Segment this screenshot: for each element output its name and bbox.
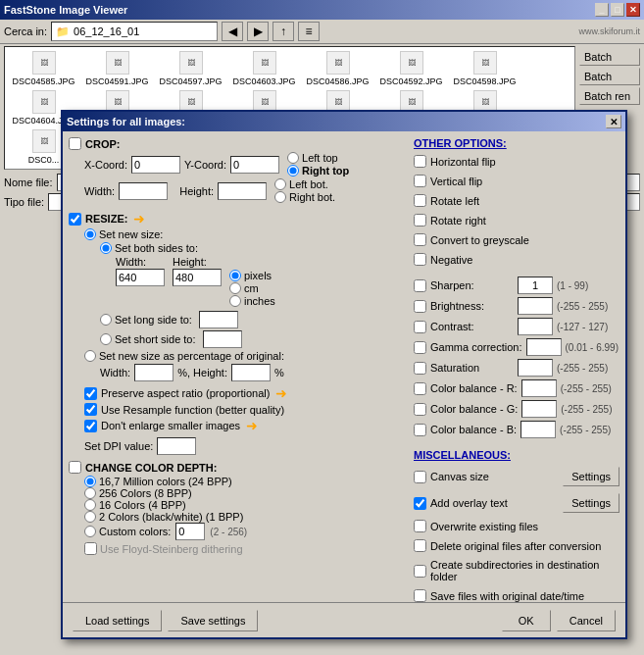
batch1-btn[interactable]: Batch: [579, 48, 640, 66]
24bpp-radio[interactable]: [84, 476, 96, 487]
y-coord-label: Y-Coord:: [184, 159, 226, 171]
hflip-checkbox[interactable]: [414, 155, 426, 168]
pixels-radio[interactable]: [229, 270, 241, 281]
floyd-checkbox[interactable]: [84, 542, 97, 555]
list-item[interactable]: 🖼DSC04591.JPG: [80, 49, 154, 88]
add-overlay-checkbox[interactable]: [414, 497, 426, 510]
brightness-input[interactable]: [518, 297, 553, 315]
1bpp-radio[interactable]: [84, 511, 96, 523]
gamma-input[interactable]: [526, 338, 562, 356]
back-btn[interactable]: ◀: [222, 22, 243, 41]
color-g-input[interactable]: [521, 400, 557, 418]
set-long-side-radio[interactable]: [100, 314, 112, 326]
save-date-checkbox[interactable]: [414, 589, 426, 602]
minimize-btn[interactable]: _: [595, 3, 609, 17]
preserve-arrow: ➜: [275, 385, 287, 401]
rightbot-radio[interactable]: [274, 191, 286, 203]
set-new-size-radio[interactable]: [84, 228, 96, 240]
sharpen-input[interactable]: [518, 277, 553, 294]
gamma-checkbox[interactable]: [414, 341, 426, 354]
save-settings-btn[interactable]: Save settings: [168, 610, 258, 631]
set-short-side-radio[interactable]: [100, 333, 112, 345]
views-btn[interactable]: ≡: [298, 22, 320, 41]
batch3-btn[interactable]: Batch ren: [579, 87, 640, 105]
custom-colors-radio[interactable]: [84, 526, 96, 537]
crop-checkbox[interactable]: [69, 137, 81, 150]
pct-height-input[interactable]: [231, 364, 271, 381]
contrast-checkbox[interactable]: [414, 321, 426, 333]
rotate-right-checkbox[interactable]: [414, 214, 426, 227]
x-coord-input[interactable]: [131, 156, 180, 174]
overlay-settings-btn[interactable]: Settings: [563, 493, 619, 513]
color-depth-section: CHANGE COLOR DEPTH: 16,7 Million colors …: [69, 461, 408, 555]
width-label: Width:: [84, 185, 115, 197]
resize-section: RESIZE: ➜ Set new size: Set both sides t…: [69, 211, 408, 455]
dimensions-row: Width: Height: pixels cm: [100, 256, 408, 307]
list-item[interactable]: 🖼DSC04603.JPG: [227, 49, 301, 88]
list-item[interactable]: 🖼DSC04585.JPG: [7, 49, 80, 88]
list-item[interactable]: 🖼DSC04586.JPG: [301, 49, 374, 88]
saturation-input[interactable]: [518, 359, 553, 377]
up-btn[interactable]: ↑: [272, 22, 294, 41]
pct-width-input[interactable]: [134, 364, 173, 381]
load-settings-btn[interactable]: Load settings: [73, 610, 162, 631]
no-enlarge-checkbox[interactable]: [84, 420, 97, 432]
resize-checkbox[interactable]: [69, 213, 81, 226]
list-item[interactable]: 🖼DSC04597.JPG: [154, 49, 227, 88]
ok-btn[interactable]: OK: [502, 610, 551, 631]
color-depth-checkbox[interactable]: [69, 461, 81, 474]
nome-file-label: Nome file:: [4, 176, 53, 188]
set-both-sides-radio[interactable]: [100, 242, 112, 254]
preserve-ratio-checkbox[interactable]: [84, 387, 97, 400]
long-side-input[interactable]: [199, 311, 238, 328]
short-side-input[interactable]: [203, 330, 242, 348]
create-subdirs-checkbox[interactable]: [414, 565, 426, 578]
batch2-btn[interactable]: Batch: [579, 68, 640, 85]
crop-width-input[interactable]: [119, 182, 168, 200]
height-col-label: Height:: [173, 256, 222, 268]
list-item[interactable]: 🖼DSC04598.JPG: [448, 49, 521, 88]
dialog-title: Settings for all images:: [67, 116, 185, 127]
delete-originals-checkbox[interactable]: [414, 539, 426, 552]
color-g-checkbox[interactable]: [414, 403, 426, 416]
color-r-input[interactable]: [521, 379, 557, 397]
leftbot-radio[interactable]: [274, 178, 286, 190]
4bpp-radio[interactable]: [84, 499, 96, 511]
lefttop-radio[interactable]: [287, 152, 299, 164]
brightness-checkbox[interactable]: [414, 300, 426, 313]
forward-btn[interactable]: ▶: [247, 22, 269, 41]
color-b-checkbox[interactable]: [414, 424, 426, 436]
inches-radio[interactable]: [229, 295, 241, 307]
rotate-left-checkbox[interactable]: [414, 194, 426, 207]
cm-radio[interactable]: [229, 282, 241, 294]
resample-checkbox[interactable]: [84, 403, 97, 416]
y-coord-input[interactable]: [230, 156, 279, 174]
dialog-close-btn[interactable]: ✕: [606, 115, 621, 128]
righttop-radio[interactable]: [287, 165, 299, 176]
close-btn[interactable]: ✕: [626, 3, 640, 17]
crop-height-input[interactable]: [218, 182, 267, 200]
cancel-btn[interactable]: Cancel: [557, 610, 616, 631]
custom-colors-input[interactable]: [175, 523, 205, 540]
sharpen-checkbox[interactable]: [414, 279, 426, 292]
greyscale-checkbox[interactable]: [414, 233, 426, 246]
cerca-label: Cerca in:: [4, 25, 47, 37]
overwrite-checkbox[interactable]: [414, 520, 426, 532]
maximize-btn[interactable]: □: [611, 3, 624, 17]
saturation-checkbox[interactable]: [414, 362, 426, 375]
vflip-checkbox[interactable]: [414, 175, 426, 187]
contrast-input[interactable]: [518, 318, 553, 335]
resize-height-input[interactable]: [173, 269, 222, 286]
negative-checkbox[interactable]: [414, 253, 426, 266]
resize-width-input[interactable]: [116, 269, 165, 286]
8bpp-radio[interactable]: [84, 487, 96, 499]
color-b-input[interactable]: [520, 421, 556, 438]
color-r-checkbox[interactable]: [414, 382, 426, 395]
dpi-input[interactable]: [157, 437, 196, 455]
color-depth-options: 16,7 Million colors (24 BPP) 256 Colors …: [69, 476, 408, 555]
misc-title: MISCELLANEOUS:: [414, 449, 619, 461]
list-item[interactable]: 🖼DSC04592.JPG: [374, 49, 448, 88]
canvas-settings-btn[interactable]: Settings: [563, 467, 619, 486]
canvas-size-checkbox[interactable]: [414, 471, 426, 483]
set-percentage-radio[interactable]: [84, 350, 96, 362]
